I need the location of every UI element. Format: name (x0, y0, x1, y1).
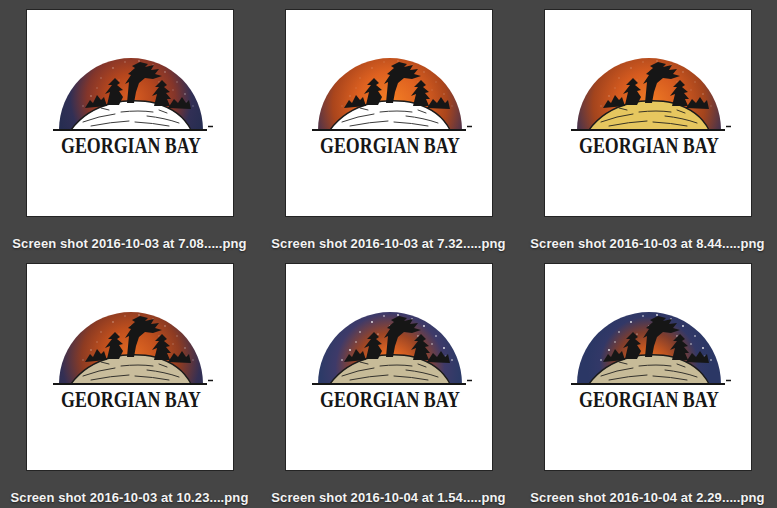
georgian-bay-logo: GEORGIAN BAY (27, 10, 233, 216)
file-tile[interactable]: GEORGIAN BAY Screen shot 2016-10-03 at 1… (0, 254, 259, 508)
file-tile[interactable]: GEORGIAN BAY Screen shot 2016-10-03 at 8… (518, 0, 777, 254)
file-thumbnail[interactable]: GEORGIAN BAY (26, 9, 234, 217)
georgian-bay-logo: GEORGIAN BAY (286, 264, 492, 470)
file-tile[interactable]: GEORGIAN BAY Screen shot 2016-10-03 at 7… (0, 0, 259, 254)
file-thumbnail[interactable]: GEORGIAN BAY (544, 263, 752, 471)
logo-wordmark: GEORGIAN BAY (61, 132, 201, 158)
logo-wordmark: GEORGIAN BAY (320, 386, 460, 412)
logo-wordmark: GEORGIAN BAY (320, 132, 460, 158)
file-name-label[interactable]: Screen shot 2016-10-03 at 8.44.....png (530, 236, 764, 251)
file-name-label[interactable]: Screen shot 2016-10-03 at 7.08.....png (12, 236, 246, 251)
file-tile[interactable]: GEORGIAN BAY Screen shot 2016-10-04 at 2… (518, 254, 777, 508)
file-tile[interactable]: GEORGIAN BAY Screen shot 2016-10-03 at 7… (259, 0, 518, 254)
file-thumbnail[interactable]: GEORGIAN BAY (285, 9, 493, 217)
file-thumbnail[interactable]: GEORGIAN BAY (544, 9, 752, 217)
georgian-bay-logo: GEORGIAN BAY (545, 264, 751, 470)
logo-wordmark: GEORGIAN BAY (579, 386, 719, 412)
file-tile[interactable]: GEORGIAN BAY Screen shot 2016-10-04 at 1… (259, 254, 518, 508)
file-grid: GEORGIAN BAY Screen shot 2016-10-03 at 7… (0, 0, 777, 508)
file-name-label[interactable]: Screen shot 2016-10-04 at 1.54.....png (271, 490, 505, 505)
file-name-label[interactable]: Screen shot 2016-10-03 at 10.23....png (11, 490, 249, 505)
georgian-bay-logo: GEORGIAN BAY (545, 10, 751, 216)
file-thumbnail[interactable]: GEORGIAN BAY (285, 263, 493, 471)
file-thumbnail[interactable]: GEORGIAN BAY (26, 263, 234, 471)
georgian-bay-logo: GEORGIAN BAY (286, 10, 492, 216)
georgian-bay-logo: GEORGIAN BAY (27, 264, 233, 470)
logo-wordmark: GEORGIAN BAY (61, 386, 201, 412)
file-name-label[interactable]: Screen shot 2016-10-04 at 2.29.....png (530, 490, 764, 505)
file-name-label[interactable]: Screen shot 2016-10-03 at 7.32.....png (271, 236, 505, 251)
logo-wordmark: GEORGIAN BAY (579, 132, 719, 158)
